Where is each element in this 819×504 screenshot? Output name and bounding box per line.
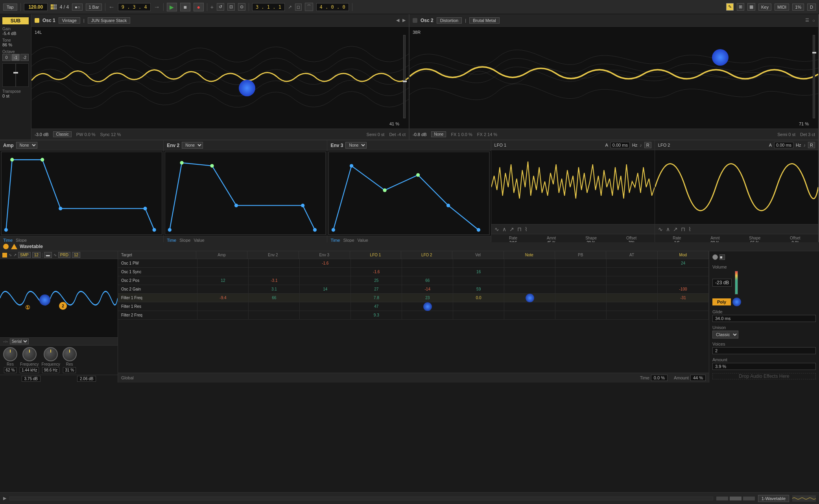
slider-thumb[interactable]	[13, 72, 18, 74]
mod-row-osc1pw-lfo2[interactable]	[402, 259, 453, 267]
mod-row-osc2pos-pb[interactable]	[555, 276, 607, 285]
wt-mode2[interactable]: ▬	[44, 252, 52, 258]
mod-row-osc1pw-env3[interactable]: -1.6	[300, 259, 351, 267]
wt-num-12-2[interactable]: 12	[72, 252, 80, 258]
mod-row-filter1freq-lfo2[interactable]: 23	[402, 294, 453, 302]
add-btn[interactable]: +	[210, 4, 214, 10]
grid-btn[interactable]: ⊞	[737, 3, 744, 11]
mod-row-osc1pw-amp[interactable]	[197, 259, 249, 267]
d-btn[interactable]: D	[807, 4, 816, 11]
back-btn[interactable]: ←	[109, 4, 115, 11]
unison-mode-select[interactable]: Classic	[712, 331, 738, 338]
wt-preview-area[interactable]: ① 2	[0, 259, 118, 337]
mod-row-filter2freq-note[interactable]	[504, 311, 555, 319]
mod-row-osc1sync-lfo2[interactable]	[402, 268, 453, 276]
mod-row-osc1pw[interactable]: Osc 1 PW -1.6 24	[118, 259, 709, 268]
piano-btn[interactable]: ▦	[747, 3, 755, 11]
osc1-enable[interactable]	[35, 18, 39, 23]
osc1-mode-btn[interactable]: Vintage	[59, 17, 80, 24]
mod-row-osc2gain-env2[interactable]: 3.1	[249, 285, 300, 293]
mod-row-osc1sync-pb[interactable]	[555, 268, 607, 276]
osc2-gain-slider[interactable]	[813, 35, 815, 118]
mod-row-filter1res-vel[interactable]	[453, 302, 504, 311]
osc1-blue-dot[interactable]	[239, 80, 255, 96]
mod-row-osc1pw-at[interactable]	[607, 259, 658, 267]
mod-row-filter1res-note[interactable]	[504, 302, 555, 311]
mod-row-osc1pw-note[interactable]	[504, 259, 555, 267]
sub-button[interactable]: SUB	[2, 17, 29, 24]
mod-row-filter1freq-mod[interactable]: -31	[658, 294, 709, 302]
mod-row-filter2freq-amp[interactable]	[197, 311, 249, 319]
mod-row-osc1sync-note[interactable]	[504, 268, 555, 276]
mod-row-osc1pw-mod[interactable]: 24	[658, 259, 709, 267]
lfo2-canvas[interactable]	[655, 150, 818, 224]
octave-0-btn[interactable]: 0	[2, 54, 11, 61]
mod-row-osc2gain-mod[interactable]: -100	[658, 285, 709, 293]
mod-row-osc1pw-vel[interactable]	[453, 259, 504, 267]
mod-row-filter1res-lfo2[interactable]	[402, 302, 453, 311]
env3-dest-select[interactable]: None	[345, 142, 367, 149]
midi-btn[interactable]: MIDI	[775, 4, 789, 11]
wt-num-12[interactable]: 12	[32, 252, 41, 258]
mod-row-osc1sync-env3[interactable]	[300, 268, 351, 276]
osc1-classic-btn[interactable]: Classic	[53, 131, 71, 137]
mod-row-filter2freq-mod[interactable]	[658, 311, 709, 319]
mod-row-osc1sync-vel[interactable]: 16	[453, 268, 504, 276]
octave-n2-btn[interactable]: -2	[20, 54, 29, 61]
res-knob[interactable]	[3, 347, 17, 361]
lfo1-r-btn[interactable]: R	[644, 142, 651, 148]
mod-row-osc2gain-lfo1[interactable]: 27	[351, 285, 402, 293]
octave-n1-btn[interactable]: -1	[11, 54, 20, 61]
freq1-knob[interactable]	[22, 347, 37, 361]
gain-slider-container[interactable]	[2, 63, 29, 87]
mod-row-osc1sync-mod[interactable]	[658, 268, 709, 276]
lfo2-shape-square[interactable]: ⊓	[681, 226, 685, 232]
mod-row-osc1pw-pb[interactable]	[555, 259, 607, 267]
wt-serial-select[interactable]: Serial	[10, 338, 29, 344]
osc2-waveform[interactable]: 38R 71 %	[410, 27, 818, 129]
tap-button[interactable]: Tap	[3, 4, 17, 11]
mod-row-filter1freq-amp[interactable]: -9.4	[197, 294, 249, 302]
osc2-mode-btn[interactable]: Distortion	[437, 17, 462, 24]
mod-row-filter2freq-vel[interactable]	[453, 311, 504, 319]
lfo2-note-icon[interactable]: ♪	[804, 143, 806, 147]
wt-serial-left[interactable]: -○-	[3, 339, 8, 344]
mod-row-osc1pw-env2[interactable]	[249, 259, 300, 267]
lfo2-shape-random[interactable]: ⌇	[688, 226, 691, 232]
mod-row-filter1freq-vel[interactable]: 0.0	[453, 294, 504, 302]
mod-row-osc2pos-at[interactable]	[607, 276, 658, 285]
mod-row-filter2freq[interactable]: Filter 2 Freq 9.3	[118, 311, 709, 320]
play-button[interactable]: ▶	[167, 3, 177, 11]
amp-dest-select[interactable]: None	[16, 142, 37, 149]
zoom-btn[interactable]: 1%	[792, 4, 804, 11]
mod-row-filter1freq[interactable]: Filter 1 Freq -9.4 66 7.8 23 0.0 -31	[118, 294, 709, 302]
mod-row-filter2freq-env3[interactable]	[300, 311, 351, 319]
osc1-prev-btn[interactable]: ◀	[396, 18, 399, 23]
stop-button[interactable]: ■	[180, 3, 190, 11]
forward-btn[interactable]: →	[154, 4, 160, 11]
env2-canvas[interactable]	[164, 151, 327, 236]
mod-row-filter1res-env3[interactable]	[300, 302, 351, 311]
res2-knob[interactable]	[63, 347, 77, 361]
osc1-preset-btn[interactable]: JUN Square Stack	[88, 17, 130, 24]
mod-row-filter1res-amp[interactable]	[197, 302, 249, 311]
mod-row-osc1sync-lfo1[interactable]: -1.6	[351, 268, 402, 276]
mod-row-filter1res-pb[interactable]	[555, 302, 607, 311]
amp-envelope-canvas[interactable]	[0, 151, 163, 236]
curve-btn[interactable]: ⌒	[305, 3, 313, 11]
wt-smp-btn[interactable]: SMP	[18, 252, 31, 258]
mod-row-osc1sync[interactable]: Osc 1 Sync -1.6 16	[118, 268, 709, 276]
mod-row-filter2freq-lfo1[interactable]: 9.3	[351, 311, 402, 319]
mod-row-filter1res-lfo1[interactable]: 47	[351, 302, 402, 311]
mod-row-filter1res-env2[interactable]	[249, 302, 300, 311]
mod-row-osc2gain-vel[interactable]: 59	[453, 285, 504, 293]
osc2-blue-dot[interactable]	[712, 49, 729, 66]
osc1-next-btn[interactable]: ▶	[402, 18, 406, 23]
bpm-display[interactable]: 120.00	[24, 3, 48, 11]
lfo1-shape-sine[interactable]: ∿	[494, 226, 499, 232]
mod-row-filter1res[interactable]: Filter 1 Res 47	[118, 302, 709, 311]
env3-canvas[interactable]	[327, 151, 491, 236]
lfo2-r-btn[interactable]: R	[808, 142, 815, 148]
play-icon[interactable]: ▶	[3, 496, 6, 501]
osc2-gain-thumb[interactable]	[812, 52, 816, 53]
